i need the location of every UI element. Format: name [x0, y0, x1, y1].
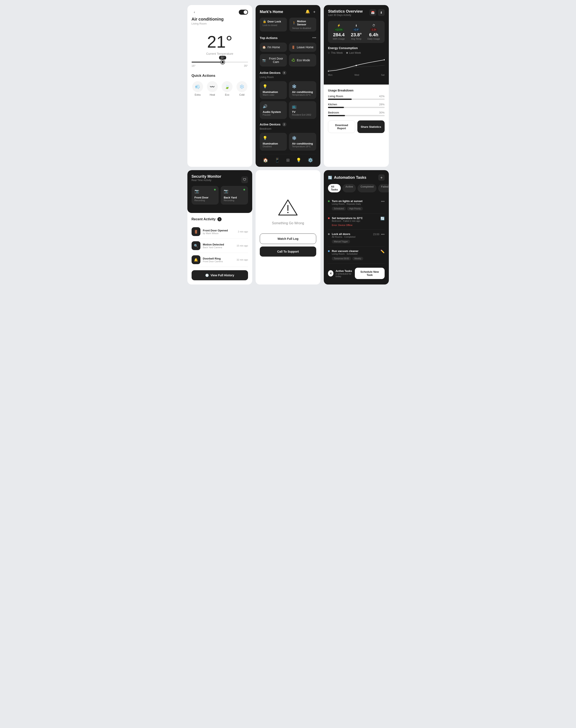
- temp-badge: +2.4°: [352, 28, 360, 31]
- automation-tabs: All Tasks Active Completed Failed: [328, 184, 384, 193]
- tab-active[interactable]: Active: [342, 184, 356, 193]
- kitchen-bar: [328, 107, 384, 108]
- temperature-slider[interactable]: 21° 16° 35°: [192, 62, 248, 67]
- tab-completed[interactable]: Completed: [357, 184, 376, 193]
- power-toggle[interactable]: [239, 10, 248, 15]
- temp-min: 16°: [192, 64, 196, 67]
- svg-point-4: [287, 212, 289, 213]
- task3-time: 23:00: [373, 233, 379, 236]
- tab-failed[interactable]: Failed: [378, 184, 388, 193]
- task3-tags: Manual Trigger: [332, 240, 355, 243]
- notification-icon[interactable]: 🔔: [305, 9, 310, 14]
- energy-chart: [328, 56, 384, 73]
- qa-eco[interactable]: 🍃 Eco: [222, 81, 232, 96]
- top-actions-title: Top Actions: [260, 36, 278, 40]
- calendar-icon[interactable]: 📅: [370, 9, 376, 16]
- task3-more-icon[interactable]: •••: [381, 232, 385, 236]
- watch-log-button[interactable]: Watch Full Log: [260, 233, 316, 244]
- activity-front-door: 🚪 Front Door Opened by Mark Wilson 2 min…: [192, 225, 248, 239]
- kitchen-usage: Kitchen 28%: [328, 103, 384, 108]
- add-icon[interactable]: ＋: [312, 9, 316, 14]
- add-task-button[interactable]: ＋: [378, 174, 385, 181]
- living-room-bar: [328, 98, 384, 100]
- front-door-cam-status: Recording: [195, 199, 216, 202]
- im-home-icon: 🏠: [262, 46, 266, 49]
- eco-mode-icon: ♻️: [291, 59, 295, 62]
- front-door-cam-label: Front Door Cam: [267, 57, 285, 64]
- task3-name: Lock all doors: [332, 232, 355, 236]
- task3-status-dot: [328, 233, 330, 235]
- bedroom-usage: Bedroom 30%: [328, 111, 384, 116]
- illumination-card[interactable]: 💡 Illumination Warm color: [260, 81, 287, 99]
- tab-all-tasks[interactable]: All Tasks: [328, 184, 341, 193]
- motion-sensor-title: Motion Sensor: [297, 20, 314, 26]
- back-yard-cam-name: Back Yard: [224, 196, 245, 199]
- home-title: Mark's Home: [260, 10, 283, 14]
- call-support-button[interactable]: Call To Support: [260, 246, 316, 257]
- qa-cold[interactable]: ❄️ Cold: [236, 81, 248, 96]
- eco-icon: 🍃: [222, 81, 232, 92]
- bedroom-ac-sub: Temperature:18°C: [292, 145, 313, 148]
- qa-heat[interactable]: 〰️ Heat: [207, 81, 218, 96]
- this-week-dot: [328, 52, 330, 54]
- temperature-display: 21°: [192, 34, 248, 50]
- bedroom-illumination-card[interactable]: 💡 Illumination Disabled: [260, 133, 287, 151]
- front-door-camera[interactable]: 📷 Front Door Recording: [192, 186, 219, 205]
- audio-card[interactable]: 🔊 Audio System Paused: [260, 101, 287, 119]
- camera-grid: 📷 Front Door Recording 📷 Back Yard Recor…: [192, 186, 248, 205]
- task4-name: Run vacuum cleaner: [332, 250, 363, 253]
- bedroom-ac-card[interactable]: ❄️ Air conditioning Temperature:18°C: [289, 133, 316, 151]
- im-home-button[interactable]: 🏠 I'm Home: [260, 42, 287, 52]
- active-devices-bedroom-title: Active Devices: [260, 123, 281, 126]
- task2-refresh-icon[interactable]: 🔄: [380, 216, 385, 221]
- motion-sensor-pill[interactable]: 🚶 Motion Sensor Sensor is disabled: [289, 18, 316, 31]
- ac-card[interactable]: ❄️ Air conditioning Temperature:22°C: [289, 81, 316, 99]
- back-yard-camera[interactable]: 📷 Back Yard Recording: [221, 186, 248, 205]
- nav-mobile-icon[interactable]: 📱: [275, 157, 280, 163]
- more-options-icon[interactable]: •••: [312, 36, 316, 40]
- last-week-label: Last Week: [349, 51, 361, 54]
- tv-card[interactable]: 📺 TV Resident Evil 2002: [289, 101, 316, 119]
- task4-edit-icon[interactable]: ✏️: [380, 250, 385, 254]
- qa-extra[interactable]: 💨 Extra: [192, 81, 203, 96]
- eco-mode-button[interactable]: ♻️ Eco Mode: [289, 54, 316, 66]
- temp-unit: Avg Temp: [348, 37, 364, 40]
- shield-icon[interactable]: 🛡: [241, 176, 248, 183]
- task1-more-icon[interactable]: •••: [381, 200, 385, 203]
- active-devices-bedroom-room: Beedroom: [260, 127, 316, 130]
- bedroom-label: Bedroom: [328, 111, 339, 114]
- kwh-metric: ⚡ +12.5% 284.4 kWh Usage: [331, 24, 347, 40]
- error-panel: Something Go Wrong Watch Full Log Call T…: [256, 170, 320, 285]
- schedule-new-task-button[interactable]: Schedule New Task: [355, 268, 385, 279]
- active-tasks-sub: 2 scheduled for today: [336, 272, 355, 278]
- slider-thumb[interactable]: [221, 60, 225, 64]
- this-week-label: This Week: [331, 51, 343, 54]
- ac-card-icon: ❄️: [292, 84, 313, 89]
- view-history-button[interactable]: 🕐 View Full History: [192, 270, 248, 280]
- nav-home-icon[interactable]: 🏠: [263, 157, 268, 163]
- task4-location: Living Room · Scheduled: [332, 253, 363, 255]
- task4-status-dot: [328, 250, 330, 252]
- recent-activity-title: Recent Activity: [192, 217, 216, 221]
- error-buttons: Watch Full Log Call To Support: [260, 233, 316, 257]
- share-statistics-button[interactable]: Share Statistics: [357, 120, 385, 133]
- door-lock-pill[interactable]: 🔒 Door Lock Lock is closed: [260, 18, 287, 31]
- leave-home-button[interactable]: 🚪 Leave Home: [289, 42, 316, 52]
- nav-settings-icon[interactable]: ⚙️: [308, 157, 313, 163]
- task4-tags: Tomorrow 09:00 Weekly: [332, 257, 363, 260]
- nav-light-icon[interactable]: 💡: [296, 157, 301, 163]
- task1-location: Living Room · Repeats Daily: [332, 203, 363, 205]
- download-icon[interactable]: ⬇: [378, 9, 385, 16]
- nav-grid-icon[interactable]: ⊞: [286, 157, 290, 163]
- front-door-cam-button[interactable]: 📷 Front Door Cam: [260, 54, 287, 66]
- task1-tag-scheduled: Scheduled: [332, 207, 346, 210]
- view-history-label: View Full History: [210, 273, 234, 277]
- task1-tags: Scheduled High Priority: [332, 207, 363, 210]
- task3-tag-manual: Manual Trigger: [332, 240, 350, 243]
- back-button[interactable]: ‹: [192, 9, 198, 15]
- download-report-button[interactable]: Download Report: [328, 120, 355, 133]
- qa-extra-label: Extra: [195, 93, 201, 96]
- extra-icon: 💨: [192, 81, 203, 92]
- energy-title: Energy Consumption: [328, 47, 384, 50]
- task-lock-doors: Lock all doors All Rooms · Completed Man…: [328, 230, 384, 246]
